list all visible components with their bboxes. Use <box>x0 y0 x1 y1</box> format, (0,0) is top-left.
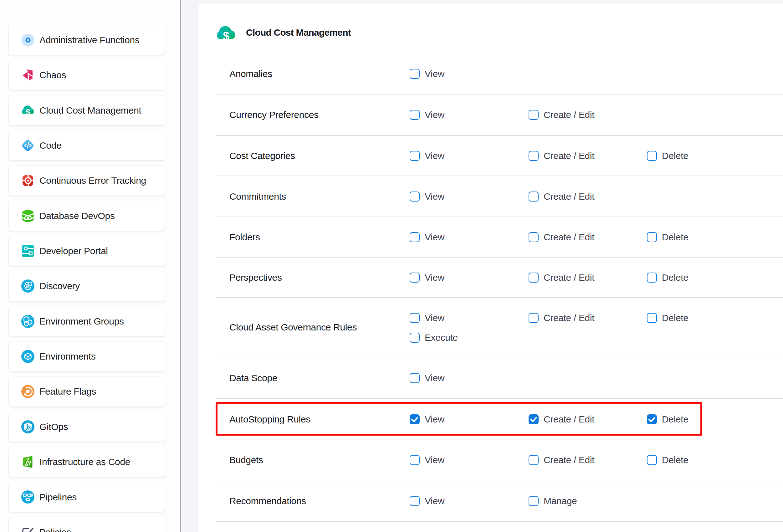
svg-text:$: $ <box>26 108 30 117</box>
svg-text:$: $ <box>223 30 230 42</box>
